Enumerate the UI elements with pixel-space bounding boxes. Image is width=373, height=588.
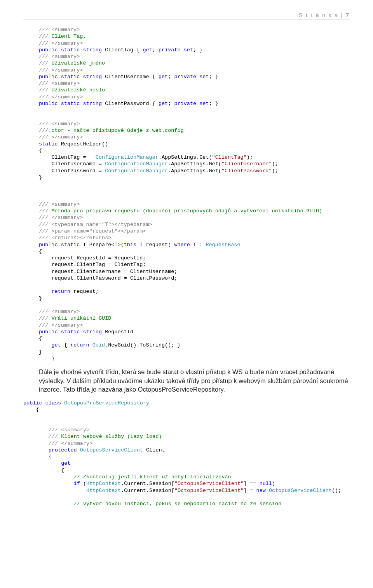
doc-comment: .ctor - načte přístupové údaje z web.con… — [48, 128, 183, 133]
code-line: request.RequestId = RequestId; — [51, 255, 146, 261]
keyword: static — [61, 329, 80, 335]
string-literal: "ClientTag" — [212, 154, 247, 160]
keyword: set — [199, 74, 209, 80]
keyword: public — [39, 329, 58, 335]
type: OctopusServiceClient — [80, 447, 143, 453]
type: ConfigurationManager — [105, 168, 168, 174]
type: RequestBase — [206, 242, 240, 248]
keyword: public — [39, 74, 58, 80]
xml-doc: /// </summary> — [39, 40, 83, 46]
xml-doc: /// <summary> — [39, 54, 80, 60]
doc-comment: Vrátí unikátní GUID — [48, 315, 111, 321]
xml-doc: /// <summary> — [39, 27, 80, 33]
keyword: private — [174, 101, 196, 107]
keyword: get — [143, 47, 152, 53]
code-line: request.ClientPassword = ClientPassword; — [51, 275, 177, 281]
keyword: static — [61, 242, 80, 248]
type: ConfigurationManager — [105, 161, 168, 167]
xml-doc: /// <summary> — [39, 80, 80, 86]
keyword: get — [61, 460, 70, 466]
document-page: S t r á n k a | 7 /// <summary> /// Clie… — [0, 0, 373, 523]
xml-doc: /// </summary> — [39, 322, 83, 328]
keyword: public — [23, 400, 42, 406]
keyword: class — [45, 400, 61, 406]
keyword: public — [39, 101, 58, 107]
code-line: request.ClientUsername = ClientUsername; — [51, 269, 177, 275]
keyword: public — [39, 242, 58, 248]
string-literal: "ClientUsername" — [221, 161, 272, 167]
keyword: string — [83, 101, 102, 107]
keyword: where — [174, 242, 190, 248]
type: HttpContext — [86, 481, 121, 486]
keyword: null — [260, 481, 272, 486]
keyword: static — [61, 74, 80, 80]
doc-comment: Uživatelské heslo — [48, 87, 105, 93]
xml-doc: /// <summary> — [39, 121, 80, 127]
keyword: get — [159, 74, 168, 80]
page-number: 7 — [346, 12, 350, 18]
keyword: private — [159, 47, 181, 53]
keyword: return — [51, 289, 70, 294]
keyword: static — [39, 141, 58, 147]
comment: // vytvoř novou instanci, pokus se nepod… — [74, 501, 282, 507]
keyword: set — [199, 101, 209, 107]
xml-doc: /// </summary> — [39, 94, 83, 100]
keyword: get — [51, 342, 61, 348]
keyword: public — [39, 47, 58, 53]
page-header: S t r á n k a | 7 — [23, 12, 350, 18]
type: OctopusProServiceRepository — [64, 400, 149, 406]
keyword: this — [124, 242, 136, 248]
keyword: string — [83, 74, 102, 80]
code-text: request; — [70, 289, 99, 294]
string-literal: "OctopusServiceClient" — [174, 488, 244, 494]
xml-doc: /// <param name="request"></param> — [39, 228, 146, 234]
xml-doc: /// </summary> — [39, 134, 83, 140]
xml-doc: /// <summary> — [39, 201, 80, 207]
header-divider — [23, 19, 350, 19]
keyword: string — [83, 47, 102, 53]
type: HttpContext — [86, 488, 121, 494]
xml-doc: /// <summary> — [49, 427, 89, 433]
xml-doc: /// </summary> — [39, 67, 83, 73]
string-literal: "ClientPassword" — [221, 168, 272, 174]
code-block-request-helper: /// <summary> /// Client Tag. /// </summ… — [39, 26, 350, 362]
xml-doc: /// </summary> — [39, 215, 83, 220]
keyword: static — [61, 101, 80, 107]
doc-comment: Metoda pro přípravu requestu (doplnění p… — [48, 208, 322, 214]
keyword: string — [83, 329, 102, 335]
paragraph-text: Dále je vhodné vytvořit třídu, která se … — [39, 368, 350, 394]
comment: // Zkontroluj jestli klient už nebyl ini… — [74, 474, 231, 480]
keyword: set — [184, 47, 193, 53]
keyword: new — [256, 488, 266, 494]
keyword: get — [159, 101, 168, 107]
keyword: if — [74, 481, 80, 486]
code-text: .NewGuid().ToString(); } — [105, 342, 180, 348]
keyword: protected — [49, 447, 77, 453]
xml-doc: /// </summary> — [49, 441, 92, 446]
keyword: private — [174, 74, 196, 80]
header-text: S t r á n k a | — [299, 12, 346, 18]
doc-comment: Client Tag. — [48, 33, 86, 39]
doc-comment: Klient webové služby (Lazy load) — [58, 434, 162, 439]
type: Guid — [92, 342, 105, 348]
xml-doc: /// <returns></returns> — [39, 235, 111, 241]
code-line: request.ClientTag = ClientTag; — [51, 262, 146, 268]
keyword: return — [70, 342, 89, 348]
xml-doc: /// <typeparam name="T"></typeparam> — [39, 222, 152, 228]
type: ConfigurationManager — [96, 154, 159, 160]
doc-comment: Uživatelské jméno — [48, 60, 105, 66]
code-block-repository: public class OctopusProServiceRepository… — [23, 400, 350, 507]
type: OctopusServiceClient — [269, 488, 332, 494]
keyword: static — [61, 47, 80, 53]
xml-doc: /// <summary> — [39, 309, 80, 315]
string-literal: "OctopusServiceClient" — [174, 481, 244, 486]
